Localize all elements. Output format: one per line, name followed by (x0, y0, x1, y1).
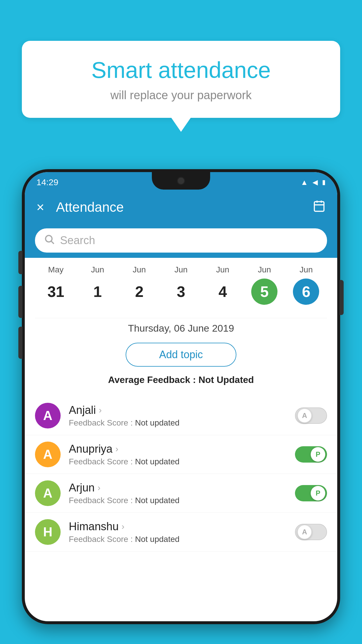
student-name: Himanshu › (69, 520, 287, 533)
student-info: Anjali ›Feedback Score : Not updated (69, 404, 287, 428)
calendar-day-4[interactable]: Jun4 (202, 265, 244, 305)
student-feedback-label: Feedback Score : Not updated (69, 457, 287, 466)
calendar-date-number: 4 (210, 279, 236, 305)
student-feedback-label: Feedback Score : Not updated (69, 535, 287, 544)
volume-silent-button (18, 251, 22, 274)
student-name: Anjali › (69, 404, 287, 416)
student-item[interactable]: HHimanshu ›Feedback Score : Not updatedA (25, 513, 337, 552)
student-info: Anupriya ›Feedback Score : Not updated (69, 443, 287, 466)
student-item[interactable]: AAnjali ›Feedback Score : Not updatedA (25, 396, 337, 435)
student-name-text: Arjun (69, 482, 95, 494)
attendance-toggle[interactable]: A (295, 407, 327, 424)
calendar-day-5[interactable]: Jun5 (244, 265, 285, 305)
calendar-day-6[interactable]: Jun6 (285, 265, 327, 305)
calendar-date-number: 5 (251, 279, 277, 305)
phone-notch (152, 172, 210, 190)
speech-bubble-title: Smart attendance (39, 57, 323, 83)
toggle-switch[interactable]: P (295, 446, 327, 463)
student-list: AAnjali ›Feedback Score : Not updatedAAA… (25, 396, 337, 552)
student-item[interactable]: AArjun ›Feedback Score : Not updatedP (25, 474, 337, 513)
student-name-text: Anupriya (69, 443, 113, 455)
avg-feedback-value: Not Updated (198, 374, 254, 385)
toggle-knob: P (311, 447, 325, 462)
student-feedback-label: Feedback Score : Not updated (69, 496, 287, 505)
speech-bubble-subtitle: will replace your paperwork (39, 89, 323, 102)
calendar-month-label: Jun (174, 265, 187, 274)
calendar-date-number: 2 (126, 279, 152, 305)
calendar-day-2[interactable]: Jun2 (118, 265, 160, 305)
calendar-date-number: 3 (168, 279, 194, 305)
attendance-toggle[interactable]: P (295, 446, 327, 463)
student-feedback-value: Not updated (135, 496, 180, 505)
toggle-knob: A (297, 408, 312, 423)
student-feedback-label: Feedback Score : Not updated (69, 418, 287, 428)
student-feedback-value: Not updated (135, 535, 180, 544)
svg-rect-0 (314, 202, 324, 211)
app-header: × Attendance (25, 191, 337, 223)
student-name: Arjun › (69, 482, 287, 494)
battery-icon: ▮ (322, 178, 326, 186)
student-chevron-icon: › (98, 483, 101, 493)
calendar-month-label: May (48, 265, 64, 274)
student-name-text: Himanshu (69, 520, 119, 533)
student-feedback-value: Not updated (135, 418, 180, 427)
svg-line-5 (51, 241, 54, 244)
status-icons: ▲ ◀ ▮ (301, 178, 326, 187)
power-button (340, 280, 344, 315)
calendar-day-31[interactable]: May31 (35, 265, 77, 305)
phone-container: 14:29 ▲ ◀ ▮ × Attendance (22, 169, 340, 644)
volume-up-button (18, 286, 22, 318)
search-input[interactable]: Search (60, 234, 95, 247)
student-chevron-icon: › (115, 444, 118, 454)
student-info: Arjun ›Feedback Score : Not updated (69, 482, 287, 505)
calendar-month-label: Jun (133, 265, 146, 274)
front-camera (177, 177, 185, 185)
search-bar-container: Search (25, 223, 337, 258)
toggle-switch[interactable]: P (295, 485, 327, 501)
calendar-month-label: Jun (300, 265, 313, 274)
attendance-toggle[interactable]: P (295, 485, 327, 501)
student-chevron-icon: › (99, 405, 102, 415)
student-name-text: Anjali (69, 404, 96, 416)
toggle-switch[interactable]: A (295, 407, 327, 424)
student-avatar: A (35, 442, 61, 467)
student-avatar: A (35, 480, 61, 506)
speech-bubble: Smart attendance will replace your paper… (22, 41, 340, 118)
signal-icon: ◀ (312, 178, 318, 186)
avg-feedback: Average Feedback : Not Updated (35, 371, 327, 391)
student-feedback-value: Not updated (135, 457, 180, 466)
calendar-day-1[interactable]: Jun1 (77, 265, 118, 305)
calendar-month-label: Jun (258, 265, 271, 274)
student-name: Anupriya › (69, 443, 287, 455)
student-chevron-icon: › (122, 522, 124, 531)
content-area: Thursday, 06 June 2019 Add topic Average… (25, 312, 337, 396)
toggle-switch[interactable]: A (295, 524, 327, 540)
calendar-month-label: Jun (216, 265, 229, 274)
calendar-date-number: 1 (85, 279, 111, 305)
toggle-knob: A (297, 525, 312, 539)
speech-bubble-container: Smart attendance will replace your paper… (22, 41, 340, 118)
student-item[interactable]: AAnupriya ›Feedback Score : Not updatedP (25, 435, 337, 474)
close-button[interactable]: × (36, 199, 44, 215)
phone-screen: 14:29 ▲ ◀ ▮ × Attendance (25, 172, 337, 621)
search-bar[interactable]: Search (35, 228, 327, 253)
student-info: Himanshu ›Feedback Score : Not updated (69, 520, 287, 544)
calendar-date-number: 31 (43, 279, 69, 305)
search-icon (44, 234, 55, 247)
volume-down-button (18, 327, 22, 359)
avg-feedback-label: Average Feedback : (108, 374, 198, 385)
phone-outer: 14:29 ▲ ◀ ▮ × Attendance (22, 169, 340, 624)
add-topic-button[interactable]: Add topic (126, 343, 236, 367)
calendar-day-3[interactable]: Jun3 (160, 265, 202, 305)
calendar-strip: May31Jun1Jun2Jun3Jun4Jun5Jun6 (25, 258, 337, 312)
attendance-toggle[interactable]: A (295, 524, 327, 540)
wifi-icon: ▲ (301, 178, 308, 187)
header-title: Attendance (56, 199, 313, 215)
student-avatar: H (35, 519, 61, 545)
svg-point-4 (45, 235, 52, 242)
calendar-month-label: Jun (91, 265, 104, 274)
calendar-date-number: 6 (293, 279, 319, 305)
toggle-knob: P (311, 486, 325, 501)
student-avatar: A (35, 403, 61, 428)
calendar-icon[interactable] (313, 200, 326, 215)
